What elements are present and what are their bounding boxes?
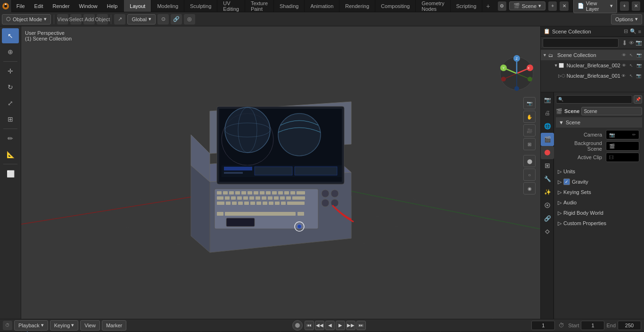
scene-name-field[interactable]: Scene [581,107,642,115]
tab-compositing[interactable]: Compositing [375,0,416,12]
audio-section[interactable]: ▷ Audio [556,197,642,208]
tab-scripting[interactable]: Scripting [451,0,483,12]
play-forward[interactable]: ▶ [336,321,345,330]
tab-animation[interactable]: Animation [305,0,339,12]
outliner-search-icon[interactable]: 🔍 [630,28,636,34]
next-frame[interactable]: ▶▶ [346,321,355,330]
select-tool[interactable]: ↖ [2,28,19,43]
scene-remove[interactable]: ✕ [560,1,568,11]
pivot-icon[interactable]: ⊙ [157,14,169,24]
keying-menu[interactable]: Keying ▾ [50,320,79,331]
tab-rendering[interactable]: Rendering [339,0,375,12]
props-output-icon[interactable]: 🖨 [541,106,554,120]
props-scene-icon[interactable]: 🎬 [541,133,554,146]
viewport-3d[interactable]: User Perspective (1) Scene Collection X [21,26,540,319]
outliner-eye-icon[interactable]: 👁 [629,40,634,46]
gravity-section[interactable]: ▷ ✓ Gravity [556,177,642,187]
view-menu-timeline[interactable]: View [80,320,100,331]
active-clip-field[interactable]: 🎞 [606,153,639,162]
scene-new[interactable]: + [548,1,557,11]
props-physics-icon[interactable] [541,199,554,212]
view-layer-remove[interactable]: ✕ [632,1,640,11]
item1-render[interactable]: 📷 [636,73,642,78]
rotate-tool[interactable]: ↻ [2,80,19,95]
item0-select[interactable]: ↖ [628,63,635,68]
keying-sets-section[interactable]: ▷ Keying Sets [556,187,642,197]
start-frame-field[interactable]: 1 [581,321,604,330]
menu-file[interactable]: File [12,0,30,12]
gravity-checkbox[interactable]: ✓ [563,178,570,185]
mode-selector[interactable]: ⬡ Object Mode ▾ [2,14,51,24]
tab-modeling[interactable]: Modeling [151,0,184,12]
annotate-tool[interactable]: ✏ [2,131,19,146]
move-tool[interactable]: ✛ [2,64,19,79]
props-data-icon[interactable] [541,225,554,238]
background-scene-field[interactable]: 🎬 [606,141,639,151]
prev-frame[interactable]: ◀◀ [315,321,324,330]
scale-tool[interactable]: ⤢ [2,96,19,111]
tab-texture-paint[interactable]: Texture Paint [245,0,274,12]
playback-menu[interactable]: Playback ▾ [14,320,48,331]
transform-tool[interactable]: ⊞ [2,112,19,127]
view-menu[interactable]: View [57,14,68,24]
scene-selector[interactable]: 🎬 Scene ▾ [509,1,545,10]
end-frame-field[interactable]: 250 [618,321,641,330]
outliner-scene-collection[interactable]: ▼ 🗂 Scene Collection 👁 ↖ 📷 [541,50,644,60]
props-modifier-icon[interactable]: 🔧 [541,172,554,186]
marker-menu[interactable]: Marker [102,320,126,331]
tab-add[interactable]: + [482,2,494,10]
props-pin-icon[interactable]: 📌 [634,95,642,104]
add-cube-tool[interactable]: ⬜ [2,166,19,181]
tab-layout[interactable]: Layout [124,0,151,12]
engine-selector[interactable]: ⚙ [498,1,506,11]
camera-field[interactable]: 📷 ✏ [606,130,639,139]
props-render-icon[interactable]: 📷 [541,93,554,106]
outliner-item-0[interactable]: ▼ ⬜ Nuclear_Briefcase_002 👁 ↖ 📷 [541,60,644,71]
scene-section-header[interactable]: ▼ Scene [556,117,642,128]
outliner-more-icon[interactable]: ≡ [638,29,641,34]
tab-shading[interactable]: Shading [274,0,305,12]
timeline-mode-icon[interactable]: ⏱ [3,321,12,330]
time-icon[interactable]: ⏱ [557,321,566,330]
play-reverse[interactable]: ◀ [325,321,335,330]
tab-uv-editing[interactable]: UV Editing [217,0,245,12]
select-menu[interactable]: Select [70,14,82,24]
props-constraints-icon[interactable]: 🔗 [541,212,554,225]
outliner-search-input[interactable] [543,38,619,48]
view-layer-selector[interactable]: 📄 View Layer ▾ [573,0,617,13]
item0-render[interactable]: 📷 [636,63,642,68]
transform-selector[interactable]: Global ▾ [127,14,156,24]
tab-geometry-nodes[interactable]: Geometry Nodes [416,0,450,12]
proportional-icon[interactable]: ◎ [184,14,195,24]
outliner-filter-icon[interactable]: ⊟ [624,28,628,34]
menu-window[interactable]: Window [74,0,102,12]
props-particles-icon[interactable]: ✨ [541,186,554,199]
custom-properties-section[interactable]: ▷ Custom Properties [556,218,642,228]
vis-select[interactable]: ↖ [628,53,635,57]
jump-to-end[interactable]: ⏭ [356,321,366,330]
camera-edit-icon[interactable]: ✏ [632,132,636,137]
menu-edit[interactable]: Edit [30,0,48,12]
snap-icon[interactable]: 🔗 [171,14,182,24]
view-layer-new[interactable]: + [620,1,628,11]
vis-render[interactable]: 📷 [636,53,642,57]
current-frame-field[interactable]: 1 [531,321,555,330]
props-world-icon[interactable] [541,146,554,159]
jump-to-start[interactable]: ⏮ [305,321,314,330]
props-object-icon[interactable] [541,159,554,172]
item1-eye[interactable]: 👁 [620,73,627,78]
object-menu[interactable]: Object [97,14,108,24]
units-section[interactable]: ▷ Units [556,166,642,177]
item1-select[interactable]: ↖ [628,73,635,78]
item0-eye[interactable]: 👁 [620,63,627,68]
outliner-render-icon[interactable]: 📷 [636,40,642,46]
rigid-body-world-section[interactable]: ▷ Rigid Body World [556,208,642,218]
add-menu[interactable]: Add [83,14,95,24]
cursor-tool[interactable]: ⊕ [2,44,19,59]
props-search-bar[interactable]: 🔍 [556,95,632,104]
tab-sculpting[interactable]: Sculpting [184,0,217,12]
transform-icon[interactable]: ↗ [114,14,125,24]
record-button[interactable] [292,320,303,331]
menu-help[interactable]: Help [102,0,123,12]
outliner-item-1[interactable]: ▷ ⬡ Nuclear_Briefcase_001 👁 ↖ 📷 [541,71,644,81]
